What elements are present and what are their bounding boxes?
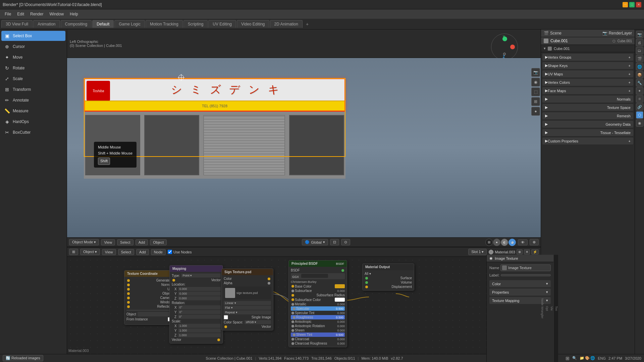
close-button[interactable]: ✕ [636,2,641,7]
viewport-view-btn[interactable]: View [101,239,115,245]
minimize-button[interactable]: ─ [623,2,628,7]
world-props-icon[interactable]: 🌐 [636,63,643,70]
tab-scripting[interactable]: Scripting [183,20,208,28]
node-object-dropdown[interactable]: Object ▾ [80,249,100,255]
shape-keys-add[interactable]: + [629,64,631,68]
gizmos-btn[interactable]: ⊕ [530,239,539,245]
node-material-output[interactable]: Material Output All ▾ Surface Volume Dis… [362,263,414,291]
menu-render[interactable]: Render [28,11,46,17]
node-add-btn[interactable]: Add [136,249,149,255]
viewport-wire-icon[interactable]: ⊞ [531,97,540,106]
use-nodes-checkbox[interactable] [168,250,172,254]
vertex-colors-header[interactable]: ▶ Vertex Colors + [542,79,633,86]
node-type-dropdown[interactable]: Point ▾ [181,274,221,278]
material-copy-btn[interactable]: ⊕ [517,249,523,254]
tissue-header[interactable]: ▶ Tissue - Tessellate [542,129,633,136]
tool-annotate[interactable]: ✏ Annotate [1,95,65,105]
menu-help[interactable]: Help [67,11,81,17]
tool-transform[interactable]: ⊞ Transform [1,84,65,95]
add-tab-button[interactable]: + [303,20,311,28]
color-space-dropdown[interactable]: sRGB ▾ [245,320,271,324]
taskbar-search[interactable]: 🔍 [572,356,577,360]
tab-gamelogic[interactable]: Game Logic [114,20,145,28]
object-props-icon[interactable]: 📦 [636,71,643,78]
material-delete-btn[interactable]: ✕ [524,249,530,254]
menu-edit[interactable]: Edit [14,11,27,17]
render-props-icon[interactable]: 📷 [636,31,643,38]
normals-header[interactable]: ▶ Normals [542,96,633,103]
custom-properties-header[interactable]: ▶ Custom Properties + [542,137,633,144]
tab-motion[interactable]: Motion Tracking [146,20,183,28]
modifier-icon[interactable]: 🔧 [636,79,643,86]
node-view-btn[interactable]: View [102,249,116,255]
viewport-add-btn[interactable]: Add [136,239,148,245]
snap-dropdown[interactable]: 🔵 Global ▾ [302,239,328,245]
node-node-btn[interactable]: Node [151,249,166,255]
viewport-select-btn[interactable]: Select [117,239,133,245]
tab-uv[interactable]: UV Editing [208,20,236,28]
object-data-icon[interactable]: ⬡ [636,111,643,119]
viewport-object-icon[interactable]: ⬚ [531,87,540,96]
viewport-material-icon[interactable]: ◉ [531,78,540,86]
custom-properties-add[interactable]: + [629,139,631,143]
constraints-icon[interactable]: 🔗 [636,103,643,111]
maximize-button[interactable]: □ [629,2,635,7]
tab-2danim[interactable]: 2D Animation [270,20,303,28]
scene-props-icon[interactable]: 🎬 [636,55,643,62]
wireframe-btn[interactable]: ⊞ [485,239,493,246]
ggx-dropdown[interactable] [301,274,328,278]
node-mapping[interactable]: Mapping Type: Point ▾ Vector Location: X… [169,265,223,344]
face-maps-add[interactable]: + [629,89,631,93]
base-color-swatch[interactable] [335,284,345,288]
view-layer-icon[interactable]: 🗂 [636,47,643,54]
solid-btn[interactable]: ● [493,239,500,246]
taskbar-app-3[interactable]: 🌐 [590,356,595,360]
tool-cursor[interactable]: ⊕ Cursor [1,42,65,52]
node-texture-coordinate[interactable]: Texture Coordinate Generated Normal UV O… [124,270,174,325]
tool-boxcutter[interactable]: ✂ BoxCutter [1,127,65,137]
snap-btn[interactable]: ⊡ [330,239,339,245]
subsurface-color-swatch[interactable] [335,298,345,302]
geometry-data-header[interactable]: ▶ Geometry Data [542,121,633,128]
taskbar-start[interactable]: ⊞ [566,356,570,361]
vertex-colors-add[interactable]: + [629,80,631,84]
single-image-cb[interactable] [224,315,228,319]
node-name-field[interactable]: Image Texture [500,264,551,271]
taskbar-app-2[interactable]: 🎨 [585,356,590,360]
tab-default[interactable]: Default [92,20,114,28]
physics-icon[interactable]: ⚛ [636,95,643,103]
node-select-btn[interactable]: Select [118,249,135,255]
navigation-gizmo[interactable]: X Y Z [491,34,518,60]
lookdev-btn[interactable]: ◐ [501,239,508,246]
menu-file[interactable]: File [2,11,14,17]
output-props-icon[interactable]: 🖨 [636,39,643,46]
face-maps-header[interactable]: ▶ Face Maps + [542,87,633,94]
overlay-btn[interactable]: 👁 [518,239,528,245]
node-canvas[interactable]: Texture Coordinate Generated Normal UV O… [67,257,541,354]
menu-window[interactable]: Window [47,11,66,17]
tool-rotate[interactable]: ↻ Rotate [1,63,65,73]
texture-space-header[interactable]: ▶ Texture Space [542,104,633,111]
repeat-dropdown[interactable]: Repeat ▾ [224,310,271,314]
tool-scale[interactable]: ⤢ Scale [1,74,65,84]
shape-keys-header[interactable]: ▶ Shape Keys + [542,62,633,69]
tool-measure[interactable]: 📏 Measure [1,106,65,116]
node-area-icon[interactable]: ⊞ [69,249,78,255]
node-image-texture[interactable]: Sign Texture.psd Color Alpha sign textur… [221,268,273,330]
3d-viewport[interactable]: Toshiba シ ミ ズ デ ン キ TEL (851) 7928 [67,58,541,237]
interpolation-dropdown[interactable]: Linear ▾ [224,301,271,305]
vertex-groups-add[interactable]: + [629,55,631,59]
material-shader-btn[interactable]: ⚡ [531,249,539,254]
tool-move[interactable]: ✦ Move [1,52,65,62]
uv-maps-add[interactable]: + [629,72,631,76]
tool-hardops[interactable]: ◈ HardOps [1,117,65,127]
slot-dropdown[interactable]: Slot 1 ▾ [468,249,487,255]
node-principled-bsdf[interactable]: Principled BSDF BSDF BSDF GGX Christense… [288,260,347,347]
node-label-field[interactable] [501,274,551,276]
tool-select-box[interactable]: ▣ Select Box [1,31,65,41]
viewport-solid-icon[interactable]: ● [531,107,540,116]
flat-dropdown[interactable]: Flat ▾ [224,306,271,310]
color-section-header[interactable]: Color ▾ [489,280,551,287]
proportional-btn[interactable]: ⊙ [341,239,350,245]
vertex-groups-header[interactable]: ▶ Vertex Groups + [542,54,633,61]
